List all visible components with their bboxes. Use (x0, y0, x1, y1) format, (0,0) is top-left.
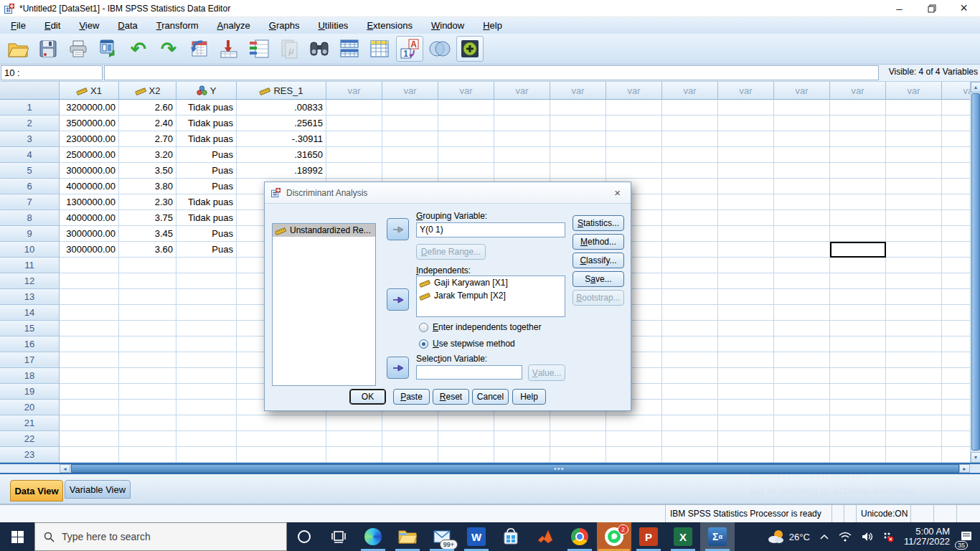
cell[interactable] (662, 147, 718, 163)
cell[interactable] (886, 163, 942, 179)
cell[interactable] (662, 368, 718, 384)
find-icon[interactable] (306, 36, 333, 62)
row-header[interactable]: 2 (0, 116, 60, 131)
cell[interactable] (774, 100, 830, 116)
cell[interactable] (886, 305, 942, 321)
cell[interactable] (718, 273, 774, 289)
sync-error-tray-icon[interactable] (878, 522, 899, 551)
cell[interactable] (438, 431, 494, 447)
cell[interactable] (662, 210, 718, 226)
minimize-button[interactable]: – (883, 0, 915, 17)
radio-enter-together[interactable]: Enter independents together (419, 322, 541, 332)
cell[interactable] (662, 352, 718, 368)
cell[interactable] (718, 289, 774, 305)
cell[interactable]: 4000000.00 (60, 179, 119, 194)
cell[interactable] (662, 384, 718, 400)
cell[interactable] (606, 431, 662, 447)
cell[interactable] (382, 415, 438, 431)
cell[interactable]: 4000000.00 (60, 210, 119, 226)
cell[interactable] (438, 447, 494, 463)
menu-utilities[interactable]: Utilities (308, 19, 357, 32)
insert-variable-icon[interactable] (366, 36, 393, 62)
cell[interactable]: 3000000.00 (60, 242, 119, 258)
row-header[interactable]: 7 (0, 194, 60, 210)
cell[interactable] (550, 131, 606, 147)
cell[interactable]: 3500000.00 (60, 116, 119, 131)
dialog-titlebar[interactable]: Discriminant Analysis × (265, 182, 631, 204)
cell[interactable] (718, 431, 774, 447)
cell[interactable] (830, 368, 886, 384)
row-header[interactable]: 12 (0, 273, 60, 289)
cell[interactable] (662, 400, 718, 415)
cell[interactable]: Tidak puas (176, 210, 237, 226)
cell[interactable] (886, 352, 942, 368)
cell[interactable] (718, 100, 774, 116)
cell[interactable] (718, 210, 774, 226)
cell[interactable]: 3.20 (119, 147, 176, 163)
cell[interactable] (830, 116, 886, 131)
cell[interactable] (438, 131, 494, 147)
cell[interactable] (326, 131, 382, 147)
cell[interactable] (774, 147, 830, 163)
value-labels-icon[interactable]: A1 (396, 36, 423, 62)
cell[interactable] (606, 131, 662, 147)
cell[interactable] (830, 258, 886, 273)
cell[interactable] (718, 400, 774, 415)
cell[interactable] (119, 431, 176, 447)
cell[interactable] (176, 368, 237, 384)
word-button[interactable]: W (459, 522, 494, 551)
cell[interactable] (886, 242, 942, 258)
cell[interactable] (830, 226, 886, 242)
cell[interactable]: .00833 (237, 100, 326, 116)
column-header-var[interactable]: var (830, 82, 886, 100)
menu-file[interactable]: File (1, 19, 35, 32)
cell[interactable] (774, 226, 830, 242)
cell[interactable] (886, 258, 942, 273)
cell[interactable] (774, 210, 830, 226)
cell[interactable] (237, 447, 326, 463)
cell[interactable] (119, 305, 176, 321)
cell[interactable] (119, 368, 176, 384)
horizontal-scroll-thumb[interactable]: ••• (71, 464, 959, 473)
row-header[interactable]: 13 (0, 289, 60, 305)
column-header-var[interactable]: var (438, 82, 494, 100)
cell[interactable]: 2.70 (119, 131, 176, 147)
recall-dialogs-icon[interactable] (95, 36, 122, 62)
cell[interactable]: Tidak puas (176, 194, 237, 210)
cell[interactable] (830, 131, 886, 147)
undo-icon[interactable]: ↶ (125, 36, 152, 62)
cell[interactable] (494, 447, 550, 463)
cell[interactable] (176, 305, 237, 321)
cell[interactable] (119, 447, 176, 463)
row-header[interactable]: 11 (0, 258, 60, 273)
cell[interactable] (718, 242, 774, 258)
cell[interactable] (606, 415, 662, 431)
column-header-var[interactable]: var (494, 82, 550, 100)
cell[interactable] (176, 258, 237, 273)
cell[interactable] (662, 273, 718, 289)
cell[interactable] (774, 163, 830, 179)
row-header[interactable]: 1 (0, 100, 60, 116)
column-header-var[interactable]: var (382, 82, 438, 100)
cell[interactable] (60, 336, 119, 352)
cell[interactable] (662, 242, 718, 258)
independents-list-item[interactable]: Gaji Karyawan [X1] (417, 276, 565, 289)
weather-tray-item[interactable]: 26°C (762, 522, 815, 551)
move-grouping-button[interactable] (387, 218, 409, 240)
cell[interactable] (119, 352, 176, 368)
cell[interactable] (119, 258, 176, 273)
whatsapp-button[interactable]: 2 (597, 522, 631, 551)
grouping-variable-field[interactable]: Y(0 1) (416, 222, 565, 237)
cell[interactable] (774, 447, 830, 463)
print-icon[interactable] (65, 36, 92, 62)
cell[interactable]: 1300000.00 (60, 194, 119, 210)
cell[interactable] (774, 415, 830, 431)
cell[interactable] (718, 336, 774, 352)
cell[interactable] (494, 116, 550, 131)
independents-list[interactable]: Gaji Karyawan [X1]Jarak Tempuh [X2] (416, 276, 565, 317)
scroll-left-icon[interactable]: ◄ (60, 464, 70, 473)
extensions-icon[interactable] (456, 36, 484, 62)
cell[interactable] (326, 116, 382, 131)
cell[interactable] (774, 258, 830, 273)
goto-case-icon[interactable] (185, 36, 212, 62)
